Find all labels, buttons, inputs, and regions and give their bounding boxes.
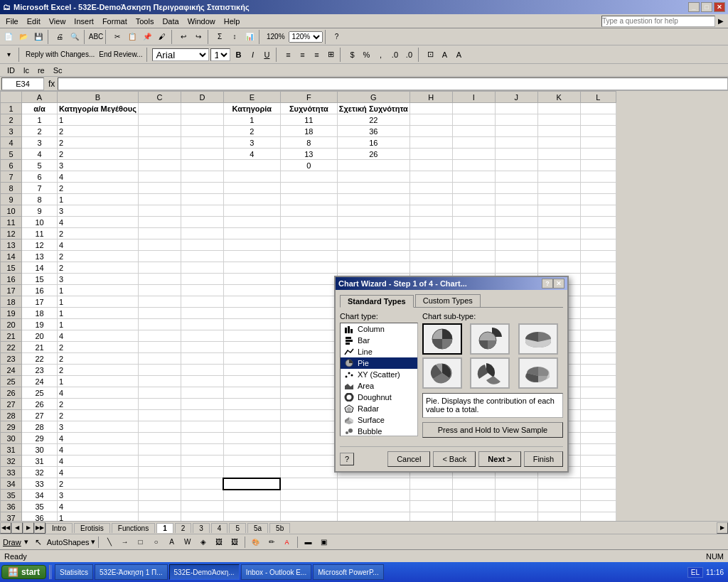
sample-button[interactable]: Press and Hold to View Sample — [422, 422, 563, 438]
cell-7-A[interactable]: 6 — [22, 171, 58, 183]
cell-18-F[interactable] — [280, 296, 337, 308]
cell-23-F[interactable] — [280, 353, 337, 365]
cell-3-L[interactable] — [580, 126, 616, 137]
cell-5-D[interactable] — [181, 149, 223, 160]
autosum-button[interactable]: Σ — [213, 30, 227, 44]
col-header-k[interactable]: K — [537, 92, 580, 103]
print-button[interactable]: 🖨 — [53, 30, 67, 44]
bold-button[interactable]: B — [232, 48, 245, 61]
chart-type-bubble[interactable]: Bubble — [341, 426, 417, 436]
menu-edit[interactable]: Edit — [23, 16, 45, 27]
cell-14-B[interactable]: 2 — [58, 251, 139, 262]
sheet-tab-4[interactable]: 4 — [211, 523, 228, 533]
cell-28-B[interactable]: 2 — [58, 410, 139, 421]
chart-type-xyscatter[interactable]: XY (Scatter) — [341, 369, 417, 380]
help-search-input[interactable] — [601, 16, 715, 27]
cell-8-A[interactable]: 7 — [22, 183, 58, 194]
format-painter-button[interactable]: 🖌 — [155, 30, 169, 44]
chart-wizard-dialog[interactable]: Chart Wizard - Step 1 of 4 - Chart... ? … — [334, 276, 569, 473]
cell-23-B[interactable]: 2 — [58, 353, 139, 365]
cell-14-E[interactable] — [223, 251, 280, 262]
row-number[interactable]: 15 — [1, 262, 22, 274]
cell-31-E[interactable] — [223, 444, 280, 456]
row-number[interactable]: 27 — [1, 399, 22, 410]
cell-11-A[interactable]: 10 — [22, 217, 58, 228]
col-header-f[interactable]: F — [280, 92, 337, 103]
dialog-tab-custom[interactable]: Custom Types — [415, 294, 481, 307]
col-header-a[interactable]: A — [22, 92, 58, 103]
cell-3-D[interactable] — [181, 126, 223, 137]
next-button[interactable]: Next > — [478, 451, 520, 467]
diagram-tool[interactable]: ◈ — [196, 535, 210, 549]
cell-7-C[interactable] — [138, 171, 181, 183]
cell-19-D[interactable] — [181, 308, 223, 319]
cell-2-B[interactable]: 1 — [58, 114, 139, 126]
sheet-tab-2[interactable]: 2 — [175, 523, 192, 533]
cell-12-E[interactable] — [223, 228, 280, 239]
cell-6-E[interactable] — [223, 160, 280, 171]
cell-36-D[interactable] — [181, 501, 223, 512]
sheet-scroll-right[interactable]: ▶▶ — [34, 522, 46, 534]
cell-28-A[interactable]: 27 — [22, 410, 58, 421]
cell-27-E[interactable] — [223, 399, 280, 410]
cell-36-C[interactable] — [138, 501, 181, 512]
arrow-tool[interactable]: → — [118, 535, 132, 549]
cell-24-D[interactable] — [181, 365, 223, 376]
cell-35-J[interactable] — [495, 490, 537, 501]
paste-button[interactable]: 📌 — [140, 30, 154, 44]
cell-11-F[interactable] — [280, 217, 337, 228]
cell-34-A[interactable]: 33 — [22, 478, 58, 490]
cell-2-K[interactable] — [537, 114, 580, 126]
cell-1-E[interactable]: Κατηγορία — [223, 103, 280, 114]
taskbar-item-inboxou[interactable]: Inbox - Outlook E... — [241, 564, 312, 580]
row-number[interactable]: 29 — [1, 421, 22, 433]
taskbar-item-532edemo[interactable]: 532E-DemoΆσκη... — [169, 564, 240, 580]
cell-1-L[interactable] — [580, 103, 616, 114]
3d-draw[interactable]: ▣ — [317, 535, 331, 549]
cell-35-L[interactable] — [580, 490, 616, 501]
borders-button[interactable]: ⊡ — [424, 48, 437, 61]
dialog-tab-standard[interactable]: Standard Types — [340, 295, 414, 308]
cell-14-A[interactable]: 13 — [22, 251, 58, 262]
cell-4-H[interactable] — [410, 137, 452, 149]
cell-3-H[interactable] — [410, 126, 452, 137]
row-number[interactable]: 36 — [1, 501, 22, 512]
taskbar-item-532e[interactable]: 532E-Άσκηση 1 Π... — [95, 564, 168, 580]
cell-25-E[interactable] — [223, 376, 280, 387]
cell-5-H[interactable] — [410, 149, 452, 160]
sheet-tab-3[interactable]: 3 — [193, 523, 210, 533]
redo-button[interactable]: ↪ — [191, 30, 205, 44]
cell-17-B[interactable]: 1 — [58, 285, 139, 296]
row-number[interactable]: 2 — [1, 114, 22, 126]
cell-23-C[interactable] — [138, 353, 181, 365]
cell-2-G[interactable]: 22 — [337, 114, 410, 126]
cell-32-B[interactable]: 4 — [58, 456, 139, 467]
cell-4-J[interactable] — [495, 137, 537, 149]
cell-35-I[interactable] — [452, 490, 495, 501]
cell-32-E[interactable] — [223, 456, 280, 467]
cell-36-A[interactable]: 35 — [22, 501, 58, 512]
cell-13-L[interactable] — [580, 239, 616, 251]
cell-28-F[interactable] — [280, 410, 337, 421]
sheet-tab-erotisis[interactable]: Erotisis — [74, 523, 110, 533]
cell-8-J[interactable] — [495, 183, 537, 194]
new-button[interactable]: 📄 — [1, 30, 16, 44]
cell-29-C[interactable] — [138, 421, 181, 433]
sheet-tab-functions[interactable]: Functions — [112, 523, 155, 533]
cell-12-L[interactable] — [580, 228, 616, 239]
cell-12-B[interactable]: 2 — [58, 228, 139, 239]
increase-decimal-button[interactable]: .0 — [388, 48, 401, 61]
row-number[interactable]: 26 — [1, 387, 22, 399]
cell-15-L[interactable] — [580, 262, 616, 274]
cancel-button[interactable]: Cancel — [387, 451, 430, 467]
cell-20-B[interactable]: 1 — [58, 319, 139, 330]
cell-6-L[interactable] — [580, 160, 616, 171]
align-right-button[interactable]: ≡ — [310, 48, 323, 61]
cell-34-H[interactable] — [410, 478, 452, 490]
cell-6-A[interactable]: 5 — [22, 160, 58, 171]
cell-37-E[interactable] — [223, 512, 280, 522]
cell-7-G[interactable] — [337, 171, 410, 183]
cell-24-C[interactable] — [138, 365, 181, 376]
cell-22-C[interactable] — [138, 342, 181, 353]
cell-14-C[interactable] — [138, 251, 181, 262]
